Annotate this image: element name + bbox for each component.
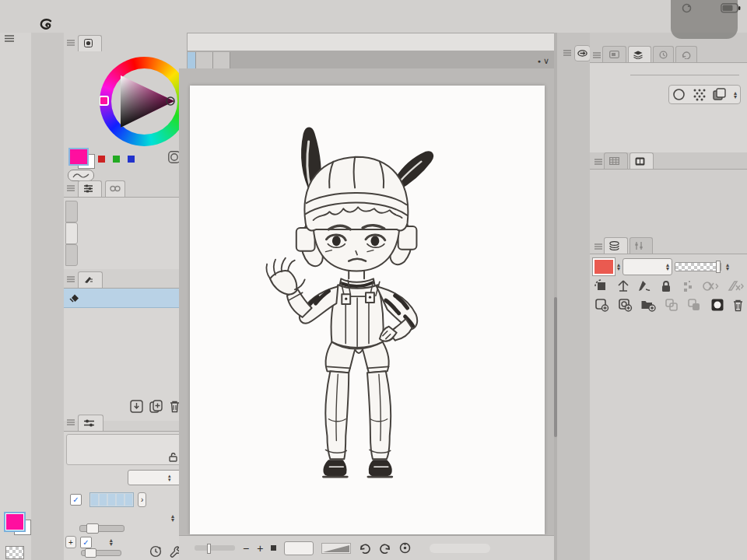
doc-tab-2[interactable]: [213, 52, 230, 68]
tab-color-set[interactable]: [604, 152, 628, 169]
area-scaling-expand[interactable]: +: [65, 536, 76, 548]
mode-tab-hls[interactable]: [65, 222, 78, 244]
import-subtool-icon[interactable]: [130, 400, 143, 413]
tool-property-header: [64, 414, 187, 431]
new-folder-icon[interactable]: [640, 298, 656, 312]
area-scaling-checkbox[interactable]: ✓: [80, 537, 92, 548]
tab-tool-property[interactable]: [78, 415, 103, 431]
opacity-slider[interactable]: [675, 262, 721, 271]
sv-triangle[interactable]: [100, 57, 189, 146]
combine-fx-icon[interactable]: [727, 279, 744, 293]
color-slider-body: [64, 197, 187, 269]
brush-link-icon[interactable]: [574, 45, 591, 61]
lock-settings-icon[interactable]: [168, 452, 178, 462]
opacity-stepper[interactable]: ▴▾: [726, 263, 729, 271]
close-gap-checkbox[interactable]: ✓: [70, 494, 82, 506]
document-tab-bar: ● ∨: [179, 51, 554, 68]
combine-mode-icon[interactable]: [702, 279, 719, 293]
clip-to-layer-icon[interactable]: [594, 279, 608, 293]
tab-animation-cels[interactable]: [602, 46, 626, 62]
tab-layer-property[interactable]: [628, 46, 651, 62]
canvas[interactable]: [190, 86, 545, 534]
layer-color-stepper[interactable]: ▴▾: [617, 263, 620, 271]
reset-view-icon[interactable]: [399, 542, 411, 554]
layer-action-row: [594, 298, 744, 312]
lock-layer-icon[interactable]: [659, 279, 673, 293]
panel-tab-column: [31, 33, 65, 560]
tab-list-chevron-icon[interactable]: ∨: [543, 56, 549, 66]
tab-color-mixer[interactable]: [105, 180, 125, 197]
area-scaling-stepper[interactable]: ▴▾: [110, 538, 113, 546]
effect-stepper[interactable]: ▴▾: [734, 91, 737, 99]
brush-menu-icon[interactable]: [563, 50, 571, 56]
rotation-value[interactable]: [284, 541, 314, 555]
close-gap-expand[interactable]: ›: [138, 492, 146, 507]
status-pill: [430, 544, 490, 553]
clip-studio-logo-icon[interactable]: [39, 18, 54, 31]
layer-color-swatch[interactable]: [593, 258, 615, 275]
fg-color-chip[interactable]: [68, 148, 89, 166]
layer-property-tabs: [590, 44, 747, 62]
tolerance-slider[interactable]: [79, 525, 124, 532]
border-effect-icon[interactable]: [672, 88, 686, 101]
rotation-slider[interactable]: [321, 543, 351, 554]
extract-line-icon[interactable]: [713, 88, 727, 101]
reference-layer-icon[interactable]: [616, 279, 630, 293]
transfer-down-icon[interactable]: [665, 298, 679, 312]
subtool-group-fill[interactable]: [64, 289, 187, 308]
draft-layer-icon[interactable]: [637, 279, 651, 293]
merge-down-icon[interactable]: [687, 298, 702, 312]
panel-menu-icon[interactable]: [593, 52, 601, 58]
doc-tab-1[interactable]: [196, 52, 213, 68]
panel-menu-icon[interactable]: [67, 276, 75, 282]
add-subtool-icon[interactable]: [149, 400, 163, 413]
new-layer-icon[interactable]: [594, 298, 609, 312]
panel-menu-icon[interactable]: [67, 40, 75, 46]
delete-layer-icon[interactable]: [732, 298, 744, 312]
area-scaling-slider[interactable]: [81, 550, 121, 556]
tab-history-1[interactable]: [653, 46, 674, 62]
panel-menu-icon[interactable]: [594, 159, 602, 165]
tab-overflow-dot: ●: [538, 58, 541, 64]
blend-mode-select[interactable]: ▴▾: [622, 258, 672, 275]
right-panels: ▴▾: [590, 33, 747, 560]
zoom-out-button[interactable]: −: [243, 542, 249, 555]
tab-color-wheel[interactable]: [78, 35, 102, 51]
rgb-readout: [98, 156, 137, 163]
r-chip: [98, 156, 105, 163]
color-slider-tab-icon: [84, 184, 93, 193]
mode-tab-rgb[interactable]: [65, 201, 78, 222]
tab-color-history[interactable]: [630, 152, 654, 169]
tab-sub-tool[interactable]: [78, 271, 103, 288]
tone-effect-icon[interactable]: [693, 88, 706, 101]
transparent-color-swatch[interactable]: [5, 546, 24, 559]
tab-tool-sliders[interactable]: [630, 237, 653, 254]
panel-menu-icon[interactable]: [67, 419, 75, 425]
tab-color-slider[interactable]: [78, 180, 102, 197]
fit-button[interactable]: [271, 545, 276, 551]
target-color-select[interactable]: ▴▾: [128, 470, 182, 485]
tab-layer[interactable]: [604, 237, 628, 254]
layer-mask-icon[interactable]: [710, 298, 724, 312]
zoom-slider[interactable]: [195, 545, 235, 551]
lock-transparent-icon[interactable]: [681, 279, 695, 293]
mode-tab-cm[interactable]: [65, 244, 78, 266]
recorder-overlay-button[interactable]: [671, 0, 738, 39]
brush-size-column: [554, 33, 591, 560]
tool-strip: [0, 33, 32, 560]
panel-menu-icon[interactable]: [594, 243, 602, 250]
foreground-color-swatch[interactable]: [4, 512, 26, 532]
new-correction-layer-icon[interactable]: [618, 298, 633, 312]
reset-tool-icon[interactable]: [149, 545, 162, 558]
rotate-left-icon[interactable]: [359, 543, 371, 554]
rotate-right-icon[interactable]: [379, 543, 391, 554]
tab-history-2[interactable]: [675, 46, 697, 62]
g-chip: [113, 156, 120, 163]
brush-scrollbar[interactable]: [554, 33, 557, 560]
zoom-in-button[interactable]: +: [257, 542, 263, 555]
color-wheel-tab-icon: [84, 39, 93, 47]
close-gap-level[interactable]: [89, 492, 134, 507]
tolerance-stepper[interactable]: ▴▾: [171, 514, 174, 522]
toolstrip-menu-icon[interactable]: [5, 35, 14, 42]
panel-menu-icon[interactable]: [67, 185, 75, 191]
